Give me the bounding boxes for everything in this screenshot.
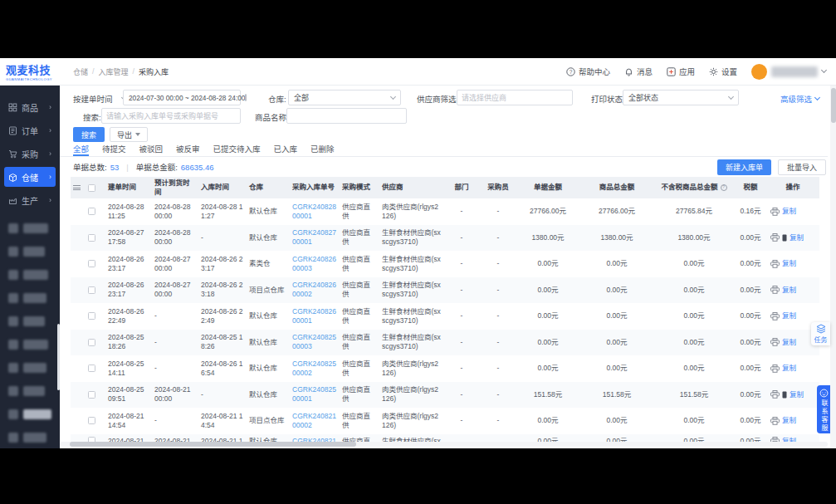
print-icon[interactable] xyxy=(770,312,780,321)
row-checkbox[interactable] xyxy=(88,208,95,215)
row-select[interactable] xyxy=(86,330,105,356)
copy-link[interactable]: 复制 xyxy=(790,233,804,242)
row-select[interactable] xyxy=(86,277,105,304)
row-checkbox[interactable] xyxy=(88,391,95,399)
sidebar-item-purchase[interactable]: 采购› xyxy=(4,144,56,164)
warehouse-select[interactable]: 全部 xyxy=(288,90,401,105)
sidebar-item-goods[interactable]: 商品› xyxy=(4,97,56,117)
copy-link[interactable]: 复制 xyxy=(782,311,796,321)
inbound-order-link[interactable]: CGRK24082100002 xyxy=(292,412,337,430)
print-status-select[interactable]: 全部状态 xyxy=(623,90,739,105)
row-expander[interactable] xyxy=(71,408,86,434)
copy-link[interactable]: 复制 xyxy=(782,259,796,268)
topbar-action-message[interactable]: 消息 xyxy=(624,66,653,77)
row-expander[interactable] xyxy=(71,225,86,252)
breadcrumb-item-3[interactable]: 采购入库 xyxy=(139,66,169,77)
row-expander[interactable] xyxy=(71,198,86,225)
product-name-input[interactable] xyxy=(286,108,407,124)
row-select[interactable] xyxy=(86,251,105,277)
sidebar-item-redacted-3[interactable] xyxy=(8,270,51,280)
row-expander[interactable] xyxy=(71,251,86,277)
row-checkbox[interactable] xyxy=(88,234,95,242)
row-checkbox[interactable] xyxy=(88,286,95,294)
sidebar-item-redacted-8[interactable] xyxy=(8,386,51,396)
select-all-header[interactable] xyxy=(86,183,105,193)
vertical-scrollbar-thumb[interactable] xyxy=(831,88,836,123)
copy-link[interactable]: 复制 xyxy=(782,338,796,347)
row-expander[interactable] xyxy=(71,434,86,443)
select-all-checkbox[interactable] xyxy=(88,184,95,192)
print-icon[interactable] xyxy=(770,365,780,373)
print-icon[interactable] xyxy=(770,233,780,242)
sidebar-item-redacted-2[interactable] xyxy=(8,247,51,257)
copy-link[interactable]: 复制 xyxy=(782,364,796,373)
tab-被反审[interactable]: 被反审 xyxy=(176,143,200,156)
expand-all-header[interactable] xyxy=(71,183,86,192)
supplier-filter-input[interactable] xyxy=(457,90,573,105)
tab-已入库[interactable]: 已入库 xyxy=(274,143,298,156)
inbound-order-link[interactable]: CGRK24082500001 xyxy=(292,385,337,404)
print-icon[interactable] xyxy=(770,260,780,268)
support-floating-button[interactable]: 联系客服 xyxy=(817,385,830,433)
topbar-action-settings[interactable]: 设置 xyxy=(709,66,737,77)
row-expander[interactable] xyxy=(71,303,86,330)
time-type-select[interactable]: 按建单时间 xyxy=(73,93,126,105)
row-select[interactable] xyxy=(86,408,105,434)
sidebar-item-warehouse[interactable]: 仓储› xyxy=(4,167,56,187)
row-expander[interactable] xyxy=(71,382,86,409)
topbar-action-help[interactable]: ?帮助中心 xyxy=(566,66,610,77)
user-menu[interactable] xyxy=(751,64,826,80)
info-icon[interactable]: ? xyxy=(721,184,727,191)
copy-link[interactable]: 复制 xyxy=(790,390,804,399)
row-select[interactable] xyxy=(86,382,105,409)
row-expander[interactable] xyxy=(71,355,86,382)
tab-被驳回[interactable]: 被驳回 xyxy=(139,143,164,156)
task-floating-button[interactable]: 任务 xyxy=(811,322,830,345)
export-button[interactable]: 导出 xyxy=(110,127,148,142)
batch-import-button[interactable]: 批量导入 xyxy=(778,159,826,175)
copy-link[interactable]: 复制 xyxy=(782,207,796,216)
row-expander[interactable] xyxy=(71,330,86,356)
breadcrumb-item-1[interactable]: 仓储 xyxy=(73,66,88,77)
sidebar-item-redacted-7[interactable] xyxy=(8,363,51,373)
breadcrumb-item-2[interactable]: 入库管理 xyxy=(99,66,129,77)
document-icon[interactable] xyxy=(782,391,787,399)
horizontal-scrollbar-thumb[interactable] xyxy=(70,442,356,447)
print-icon[interactable] xyxy=(770,417,780,425)
tab-已提交待入库[interactable]: 已提交待入库 xyxy=(213,143,261,156)
inbound-order-link[interactable]: CGRK24082500002 xyxy=(292,360,337,378)
row-checkbox[interactable] xyxy=(88,339,95,346)
document-icon[interactable] xyxy=(782,234,787,242)
row-checkbox[interactable] xyxy=(88,417,95,424)
sidebar-item-redacted-4[interactable] xyxy=(8,293,51,303)
create-inbound-button[interactable]: 新建入库单 xyxy=(717,159,771,175)
inbound-order-link[interactable]: CGRK24082600003 xyxy=(292,255,337,273)
sidebar-item-redacted-5[interactable] xyxy=(8,316,51,326)
row-expander[interactable] xyxy=(71,277,86,304)
print-icon[interactable] xyxy=(770,208,780,216)
sidebar-item-orders[interactable]: 订单› xyxy=(4,120,56,140)
sidebar-item-redacted-1[interactable] xyxy=(8,223,51,233)
row-select[interactable] xyxy=(86,225,105,252)
date-range-input[interactable]: 2024-07-30 00:00 ~ 2024-08-28 24:00 xyxy=(123,90,241,105)
sidebar-item-redacted-6[interactable] xyxy=(8,340,51,350)
print-icon[interactable] xyxy=(770,390,780,399)
row-checkbox[interactable] xyxy=(88,260,95,267)
advanced-filter-link[interactable]: 高级筛选 xyxy=(780,93,819,105)
row-select[interactable] xyxy=(86,355,105,382)
row-checkbox[interactable] xyxy=(88,365,95,372)
tab-全部[interactable]: 全部 xyxy=(73,143,89,156)
tab-已删除[interactable]: 已删除 xyxy=(310,143,335,156)
copy-link[interactable]: 复制 xyxy=(782,416,796,425)
inbound-order-link[interactable]: CGRK24082700001 xyxy=(292,228,337,247)
row-select[interactable] xyxy=(86,303,105,330)
row-select[interactable] xyxy=(86,434,105,443)
sidebar-item-production[interactable]: 生产› xyxy=(4,190,56,210)
inbound-order-link[interactable]: CGRK24082500003 xyxy=(292,333,337,351)
copy-link[interactable]: 复制 xyxy=(782,286,796,295)
print-icon[interactable] xyxy=(770,286,780,294)
tab-待提交[interactable]: 待提交 xyxy=(102,143,126,156)
expand-all-icon[interactable] xyxy=(73,185,81,190)
user-avatar[interactable] xyxy=(751,64,767,80)
search-input[interactable] xyxy=(101,108,241,124)
